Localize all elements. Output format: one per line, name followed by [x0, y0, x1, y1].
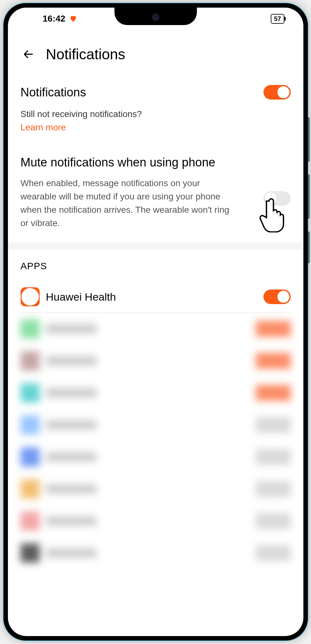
app-toggle[interactable] [256, 417, 291, 433]
app-name-label [46, 356, 97, 366]
app-toggle[interactable] [263, 289, 291, 304]
app-name-label [46, 516, 97, 526]
app-name-label [46, 484, 97, 494]
toggle-knob [277, 291, 289, 303]
app-row [21, 537, 291, 569]
app-icon [21, 415, 40, 434]
health-indicator-icon [69, 15, 77, 23]
app-icon [21, 383, 40, 402]
volume-down-button[interactable] [308, 174, 310, 219]
app-toggle[interactable] [256, 449, 291, 465]
notifications-toggle[interactable] [263, 85, 291, 100]
page-header: Notifications [8, 30, 303, 75]
app-toggle[interactable] [256, 353, 291, 369]
app-toggle[interactable] [256, 385, 291, 401]
app-row: Huawei Health [21, 281, 291, 313]
app-row [21, 441, 291, 473]
app-row [21, 473, 291, 505]
side-buttons [308, 117, 310, 276]
app-icon [21, 511, 40, 530]
app-name-label [46, 452, 97, 462]
page-title: Notifications [46, 46, 126, 63]
notifications-setting-row: Notifications [21, 75, 291, 109]
app-row [21, 409, 291, 441]
app-name-label: Huawei Health [46, 291, 257, 303]
app-name-label [46, 420, 97, 430]
app-row [21, 345, 291, 377]
app-toggle[interactable] [256, 481, 291, 497]
app-toggle[interactable] [256, 513, 291, 529]
app-row [21, 505, 291, 537]
toggle-knob [277, 86, 289, 98]
back-button[interactable] [21, 48, 36, 61]
phone-frame: 16:42 57 Notifications Notifications [3, 3, 308, 641]
battery-level: 57 [274, 15, 281, 22]
app-row [21, 313, 291, 345]
mute-section: Mute notifications when using phone When… [21, 145, 291, 243]
app-name-label [46, 324, 97, 334]
app-row [21, 377, 291, 409]
app-name-label [46, 388, 97, 398]
notch [114, 8, 197, 25]
app-icon [21, 479, 40, 498]
mute-toggle[interactable] [263, 191, 291, 206]
app-name-label [46, 548, 97, 558]
app-icon [21, 543, 40, 563]
apps-section-header: APPS [21, 250, 291, 281]
app-toggle[interactable] [256, 321, 291, 337]
volume-up-button[interactable] [308, 117, 310, 162]
app-icon [21, 287, 40, 306]
app-icon [21, 351, 40, 370]
section-divider [8, 243, 303, 250]
apps-list: Huawei Health [21, 281, 291, 569]
app-toggle[interactable] [256, 545, 291, 561]
learn-more-link[interactable]: Learn more [21, 122, 291, 145]
mute-title: Mute notifications when using phone [21, 155, 291, 177]
notifications-label: Notifications [21, 86, 86, 99]
mute-description: When enabled, message notifications on y… [21, 177, 291, 230]
toggle-knob [265, 192, 277, 205]
app-icon [21, 319, 40, 338]
screen: 16:42 57 Notifications Notifications [8, 8, 303, 636]
power-button[interactable] [308, 231, 310, 263]
app-icon [21, 447, 40, 466]
status-time: 16:42 [43, 14, 66, 24]
battery-indicator: 57 [271, 14, 284, 24]
help-text: Still not receiving notifications? [21, 109, 291, 122]
